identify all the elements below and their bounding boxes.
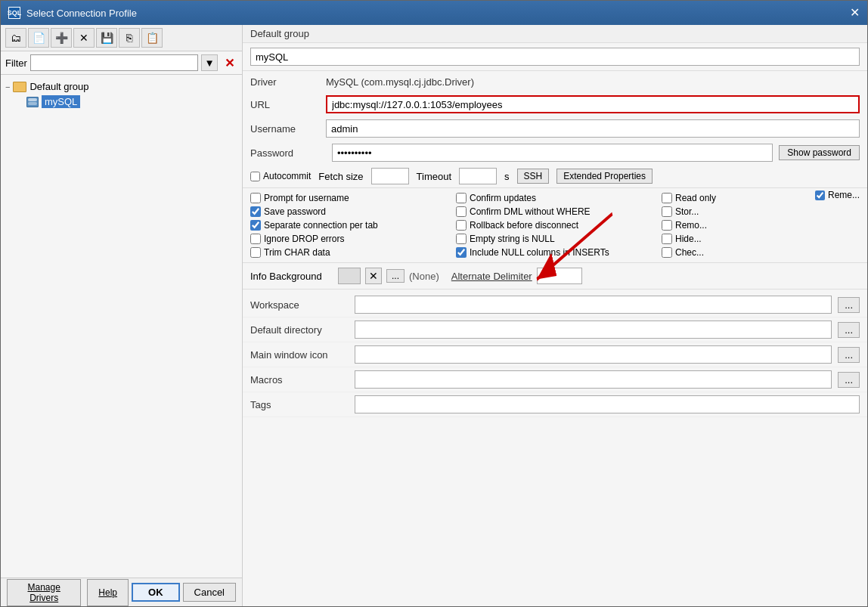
extended-props-button[interactable]: Extended Properties [556, 169, 653, 184]
alt-delim-label: Alternate Delimiter [451, 271, 532, 282]
help-button[interactable]: Help [87, 579, 129, 606]
timeout-label: Timeout [417, 171, 451, 182]
driver-row: Driver MySQL (com.mysql.cj.jdbc.Driver) [243, 71, 867, 92]
checkbox-rollback: Rollback before disconnect [456, 220, 654, 231]
reme-checkbox[interactable] [815, 190, 825, 200]
connection-tree: − Default group mySQL [1, 75, 242, 578]
checkbox-stor: Stor... [662, 206, 860, 217]
toolbar-save-btn[interactable]: 💾 [96, 28, 117, 48]
timeout-unit: s [504, 171, 510, 182]
svg-rect-0 [28, 98, 37, 101]
default-dir-browse-btn[interactable]: ... [838, 322, 860, 338]
ignore-drop-checkbox[interactable] [250, 234, 261, 244]
toolbar-new-group-btn[interactable]: 🗂 [5, 28, 26, 48]
info-bg-color-picker[interactable] [338, 268, 361, 284]
toolbar-delete-btn[interactable]: ✕ [73, 28, 95, 48]
folder-icon [13, 82, 26, 92]
workspace-browse-btn[interactable]: ... [838, 297, 860, 313]
fetch-size-input[interactable] [371, 168, 409, 184]
checkbox-chec: Chec... [662, 247, 860, 258]
driver-label: Driver [250, 76, 326, 88]
path-rows: Workspace ... Default directory ... Main… [243, 290, 867, 420]
ok-button[interactable]: OK [132, 583, 180, 602]
url-input[interactable] [326, 95, 860, 113]
read-only-checkbox[interactable] [662, 193, 672, 203]
checkbox-prompt-username: Prompt for username [250, 193, 448, 203]
password-input[interactable] [332, 144, 773, 162]
checkbox-separate-conn: Separate connection per tab [250, 220, 448, 231]
workspace-label: Workspace [250, 299, 349, 311]
info-bg-row: Info Background ✕ ... (None) Alternate D… [243, 263, 867, 290]
svg-rect-1 [28, 102, 37, 105]
window-bottom-right: OK Cancel [132, 583, 236, 602]
tags-input[interactable] [355, 395, 860, 413]
tree-group-default[interactable]: − Default group [5, 79, 237, 94]
remo-checkbox[interactable] [662, 220, 672, 231]
filter-input[interactable] [30, 54, 198, 71]
main-icon-input[interactable] [355, 345, 832, 364]
tree-expand-icon: − [5, 82, 10, 91]
close-button[interactable]: ✕ [850, 7, 860, 19]
filter-clear-btn[interactable]: ✕ [221, 54, 237, 71]
reme-checkbox-row: Reme... [815, 190, 860, 200]
info-bg-clear-btn[interactable]: ✕ [365, 268, 382, 284]
rollback-checkbox[interactable] [456, 220, 467, 231]
toolbar-paste-btn[interactable]: 📋 [141, 28, 163, 48]
toolbar-new-btn[interactable]: 📄 [28, 28, 49, 48]
info-bg-browse-btn[interactable]: ... [386, 269, 405, 283]
tree-group-label: Default group [29, 81, 88, 92]
separate-conn-checkbox[interactable] [250, 220, 261, 231]
empty-string-checkbox[interactable] [456, 234, 467, 244]
show-password-button[interactable]: Show password [779, 145, 860, 160]
url-row: URL [243, 92, 867, 116]
workspace-row: Workspace ... [243, 293, 867, 317]
macros-label: Macros [250, 374, 349, 386]
macros-browse-btn[interactable]: ... [838, 372, 860, 388]
profile-name-input[interactable] [250, 48, 860, 66]
default-dir-input[interactable] [355, 321, 832, 339]
autocommit-label[interactable]: Autocommit [250, 171, 311, 181]
timeout-input[interactable] [459, 168, 497, 184]
workspace-input[interactable] [355, 296, 832, 314]
password-row: Password Show password [243, 141, 867, 165]
trim-char-checkbox[interactable] [250, 247, 261, 258]
tree-item-mysql[interactable]: mySQL [5, 94, 237, 110]
checkbox-empty-string: Empty string is NULL [456, 234, 654, 244]
macros-input[interactable] [355, 370, 832, 389]
tree-item-mysql-label: mySQL [42, 95, 80, 108]
checkbox-remo: Remo... [662, 220, 860, 231]
default-dir-row: Default directory ... [243, 317, 867, 342]
username-input[interactable] [326, 119, 860, 138]
url-label: URL [250, 99, 326, 110]
save-password-checkbox[interactable] [250, 206, 261, 217]
checkbox-confirm-dml: Confirm DML without WHERE [456, 206, 654, 217]
checkbox-ignore-drop: Ignore DROP errors [250, 234, 448, 244]
ssh-button[interactable]: SSH [517, 169, 550, 184]
checkbox-confirm-updates: Confirm updates [456, 193, 654, 203]
db-icon [26, 97, 39, 107]
toolbar-add-btn[interactable]: ➕ [51, 28, 72, 48]
profile-name-row [243, 43, 867, 71]
autocommit-checkbox[interactable] [250, 172, 260, 181]
prompt-username-checkbox[interactable] [250, 193, 261, 203]
cancel-button[interactable]: Cancel [183, 583, 236, 602]
chec-checkbox[interactable] [662, 247, 672, 258]
group-header: Default group [243, 25, 867, 43]
include-null-checkbox[interactable] [456, 247, 467, 258]
stor-checkbox[interactable] [662, 206, 672, 217]
default-dir-label: Default directory [250, 324, 349, 336]
driver-value: MySQL (com.mysql.cj.jdbc.Driver) [326, 76, 474, 88]
password-label: Password [250, 147, 326, 159]
filter-label: Filter [5, 57, 27, 69]
alt-delim-input[interactable] [537, 268, 582, 284]
main-icon-browse-btn[interactable]: ... [838, 347, 860, 363]
toolbar-copy-btn[interactable]: ⎘ [119, 28, 140, 48]
hide-checkbox[interactable] [662, 234, 672, 244]
options-row: Autocommit Fetch size Timeout s SSH Exte… [243, 165, 867, 188]
confirm-dml-checkbox[interactable] [456, 206, 467, 217]
checkbox-hide: Hide... [662, 234, 860, 244]
manage-drivers-button[interactable]: Manage Drivers [7, 579, 81, 606]
confirm-updates-checkbox[interactable] [456, 193, 467, 203]
filter-apply-btn[interactable]: ▼ [201, 54, 218, 71]
window-title: Select Connection Profile [26, 8, 137, 19]
